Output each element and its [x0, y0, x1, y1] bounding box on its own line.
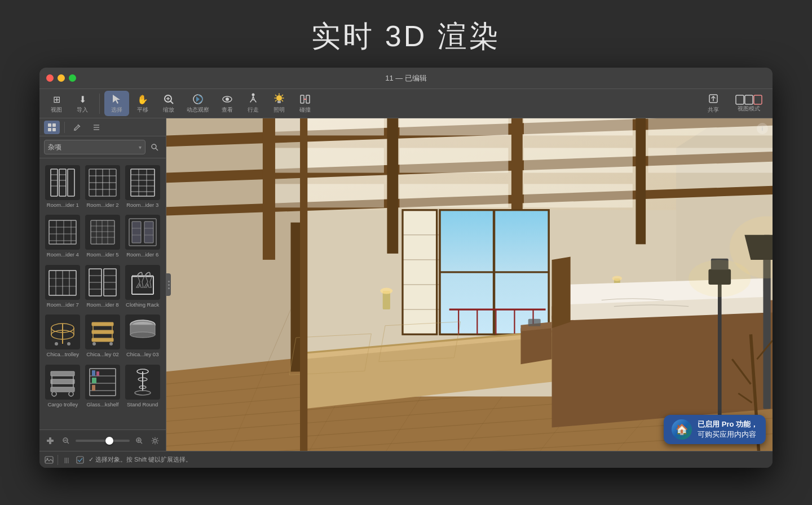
items-grid: Room...ider 1 Room — [39, 158, 166, 429]
3d-viewport — [166, 118, 773, 451]
svg-rect-122 — [92, 370, 95, 376]
list-item[interactable]: Room...ider 3 — [123, 163, 161, 210]
list-item[interactable]: Glass...kshelf — [84, 362, 122, 410]
checkbox-icon[interactable] — [75, 455, 85, 465]
svg-rect-17 — [745, 95, 753, 104]
svg-rect-176 — [524, 118, 633, 135]
pan-button[interactable]: ✋ 平移 — [130, 91, 155, 116]
panel-toggle-icon[interactable]: ||| — [61, 455, 72, 465]
light-button[interactable]: 照明 — [267, 91, 292, 116]
panel-handle[interactable] — [166, 273, 171, 296]
pro-text: 已启用 Pro 功能， 可购买应用内内容 — [698, 419, 758, 440]
viewmode-icon — [735, 95, 762, 105]
svg-point-140 — [154, 439, 157, 442]
svg-rect-177 — [524, 148, 633, 172]
add-item-button[interactable] — [44, 435, 56, 447]
zoom-handle[interactable] — [105, 437, 113, 445]
item-thumbnail — [125, 314, 160, 349]
collide-button[interactable]: 碰撞 — [293, 91, 317, 116]
status-bar: ||| ✓ 选择对象。按 Shift 键以扩展选择。 — [39, 451, 773, 468]
category-dropdown[interactable]: 杂项 ▾ — [44, 140, 145, 154]
svg-rect-182 — [403, 210, 437, 335]
zoom-slider[interactable] — [76, 440, 130, 442]
look-icon — [219, 93, 235, 105]
view-button[interactable]: ⊞ 视图 — [44, 91, 69, 116]
zoom-in-button[interactable] — [133, 435, 145, 447]
svg-rect-174 — [399, 148, 508, 172]
svg-rect-68 — [132, 222, 141, 243]
svg-point-105 — [109, 342, 113, 345]
sidebar-bottom — [39, 429, 166, 451]
list-item[interactable]: Room...ider 2 — [84, 163, 122, 210]
light-icon — [271, 93, 287, 105]
maximize-button[interactable] — [69, 74, 76, 82]
svg-point-109 — [130, 332, 155, 338]
list-item[interactable]: Room...ider 6 — [123, 212, 161, 260]
svg-rect-101 — [92, 338, 113, 342]
svg-rect-34 — [59, 169, 66, 196]
viewmode-label: 视图模式 — [738, 105, 760, 113]
list-item[interactable]: Chica...ley 02 — [84, 312, 122, 360]
svg-rect-99 — [92, 322, 113, 326]
import-button[interactable]: ⬇ 导入 — [70, 91, 95, 116]
svg-line-29 — [156, 148, 158, 150]
svg-rect-132 — [49, 437, 51, 444]
search-button[interactable] — [148, 140, 161, 154]
list-item[interactable]: Chica...trolley — [44, 312, 82, 360]
svg-rect-179 — [648, 118, 773, 135]
list-item[interactable]: Room...ider 8 — [84, 263, 122, 310]
select-button[interactable]: 选择 — [104, 91, 129, 116]
settings-button[interactable] — [149, 435, 161, 447]
pan-icon: ✋ — [135, 93, 151, 105]
zoom-button[interactable]: 缩放 — [156, 91, 181, 116]
svg-rect-111 — [51, 379, 74, 384]
animate-button[interactable]: 动态观察 — [182, 91, 214, 116]
sidebar-tab-grid[interactable] — [44, 121, 60, 134]
pro-badge[interactable]: 🏠 已启用 Pro 功能， 可购买应用内内容 — [664, 415, 766, 444]
sidebar-tab-list[interactable] — [89, 121, 104, 134]
svg-rect-16 — [736, 95, 744, 104]
close-button[interactable] — [46, 74, 54, 82]
svg-point-8 — [226, 98, 229, 101]
list-item[interactable]: Room...ider 7 — [44, 263, 82, 310]
item-thumbnail — [45, 215, 80, 250]
sidebar-tab-edit[interactable] — [69, 121, 85, 134]
svg-rect-110 — [51, 371, 74, 376]
item-label: Room...ider 4 — [47, 251, 79, 258]
select-icon — [109, 93, 125, 105]
svg-rect-124 — [92, 378, 96, 383]
page-title: 实时 3D 渲染 — [0, 17, 812, 56]
list-item[interactable]: Chica...ley 03 — [123, 312, 161, 360]
zoom-out-button[interactable] — [60, 435, 72, 447]
collide-icon — [297, 93, 313, 105]
app-window: 11 — 已编辑 ⊞ 视图 ⬇ 导入 选择 ✋ 平移 — [39, 68, 773, 468]
svg-rect-178 — [524, 184, 633, 207]
look-button[interactable]: 查看 — [215, 91, 240, 116]
walk-button[interactable]: 行走 — [241, 91, 266, 116]
item-label: Chica...ley 03 — [126, 351, 159, 357]
svg-rect-100 — [92, 330, 113, 334]
list-item[interactable]: Clothing Rack — [123, 263, 161, 310]
list-item[interactable]: Room...ider 1 — [44, 163, 82, 210]
list-item[interactable]: Room...ider 4 — [44, 212, 82, 260]
viewmode-button[interactable]: 视图模式 — [730, 92, 768, 115]
image-icon[interactable] — [44, 455, 54, 465]
item-label: Room...ider 6 — [126, 251, 158, 258]
list-item[interactable]: Cargo trolley — [44, 362, 82, 410]
info-icon[interactable]: i — [757, 123, 768, 134]
svg-rect-11 — [277, 101, 281, 103]
list-item[interactable]: Room...ider 5 — [84, 212, 122, 260]
import-icon: ⬇ — [74, 93, 90, 105]
status-message: ✓ 选择对象。按 Shift 键以扩展选择。 — [89, 455, 768, 464]
minimize-button[interactable] — [58, 74, 65, 82]
item-thumbnail — [85, 215, 120, 250]
share-button[interactable]: 共享 — [699, 91, 727, 116]
svg-marker-212 — [552, 256, 571, 328]
select-label: 选择 — [111, 106, 122, 114]
list-item[interactable]: Stand Round — [123, 362, 161, 410]
traffic-lights — [46, 74, 76, 82]
svg-rect-46 — [131, 169, 155, 196]
dropdown-value: 杂项 — [48, 143, 61, 152]
view-icon: ⊞ — [48, 93, 64, 105]
viewport[interactable]: i 🏠 已启用 Pro 功能， 可购买应用内内容 — [166, 118, 773, 451]
